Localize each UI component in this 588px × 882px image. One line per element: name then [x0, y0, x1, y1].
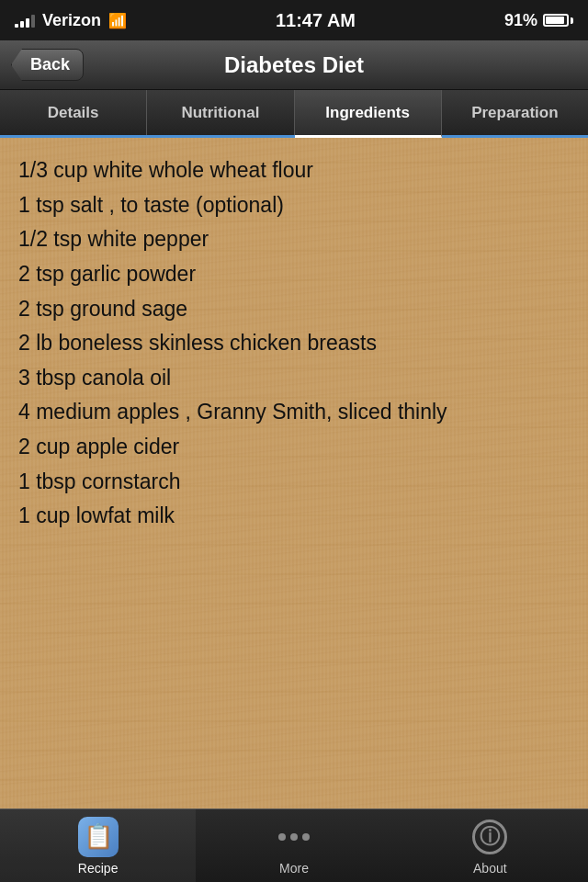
ingredient-list: 1/3 cup white whole wheat flour1 tsp sal… [18, 154, 570, 533]
battery-icon [543, 14, 573, 27]
wifi-icon: 📶 [108, 12, 127, 29]
list-item: 3 tbsp canola oil [18, 362, 570, 395]
list-item: 2 lb boneless skinless chicken breasts [18, 327, 570, 360]
bottom-nav: 📋 Recipe More ⓘ About [0, 808, 588, 882]
about-label: About [473, 861, 507, 876]
list-item: 2 tsp ground sage [18, 293, 570, 326]
nav-bar: Back Diabetes Diet [0, 40, 588, 90]
list-item: 1 tbsp cornstarch [18, 466, 570, 499]
list-item: 1/3 cup white whole wheat flour [18, 154, 570, 187]
recipe-icon: 📋 [78, 817, 119, 857]
list-item: 1/2 tsp white pepper [18, 223, 570, 256]
bottom-nav-more[interactable]: More [196, 809, 391, 882]
tab-strip: Details Nutritional Ingredients Preparat… [0, 90, 588, 138]
tab-ingredients[interactable]: Ingredients [295, 90, 442, 138]
tab-preparation[interactable]: Preparation [442, 90, 588, 135]
back-button[interactable]: Back [11, 49, 84, 81]
signal-icon [15, 13, 35, 28]
status-right: 91% [504, 11, 573, 30]
recipe-label: Recipe [78, 861, 119, 876]
list-item: 4 medium apples , Granny Smith, sliced t… [18, 396, 570, 429]
list-item: 2 cup apple cider [18, 431, 570, 464]
more-icon [274, 817, 314, 857]
tab-details[interactable]: Details [0, 90, 147, 135]
status-time: 11:47 AM [276, 10, 356, 31]
status-left: Verizon 📶 [15, 11, 127, 30]
bottom-nav-recipe[interactable]: 📋 Recipe [0, 809, 196, 882]
ingredients-content: 1/3 cup white whole wheat flour1 tsp sal… [0, 138, 588, 808]
list-item: 1 tsp salt , to taste (optional) [18, 189, 570, 222]
status-bar: Verizon 📶 11:47 AM 91% [0, 0, 588, 40]
list-item: 1 cup lowfat milk [18, 500, 570, 533]
bottom-nav-about[interactable]: ⓘ About [392, 809, 588, 882]
page-title: Diabetes Diet [224, 52, 364, 78]
carrier-label: Verizon [42, 11, 101, 30]
tab-nutritional[interactable]: Nutritional [147, 90, 294, 135]
list-item: 2 tsp garlic powder [18, 258, 570, 291]
more-label: More [279, 861, 309, 876]
battery-percent: 91% [504, 11, 537, 30]
about-icon: ⓘ [469, 817, 510, 857]
